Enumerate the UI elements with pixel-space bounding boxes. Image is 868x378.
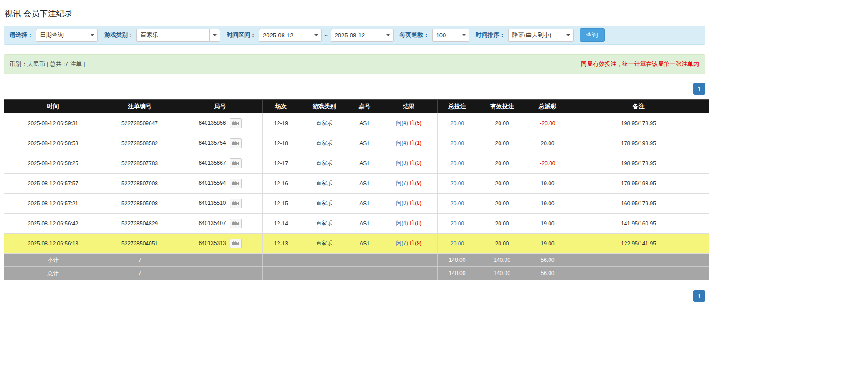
sort-order-input[interactable] [508,29,563,42]
cell-payout: 19.00 [527,174,568,194]
cell-time: 2025-08-12 06:56:42 [4,214,102,234]
chevron-down-icon[interactable] [563,29,574,42]
cell-total-bet: 20.00 [438,174,477,194]
video-camera-icon [232,241,239,246]
total-bet-link[interactable]: 20.00 [450,200,464,207]
cell-total-bet: 20.00 [438,194,477,214]
total-bet-link[interactable]: 20.00 [450,220,464,227]
cell-note: 122.95/141.95 [568,234,709,254]
page-size-label: 每页笔数： [400,31,429,39]
sort-order-combobox [508,29,574,42]
caret-glyph [566,34,570,36]
cell-valid-bet: 20.00 [477,194,527,214]
total-valid-bet: 140.00 [477,267,527,280]
total-bet-link[interactable]: 20.00 [450,120,464,127]
cell-result: 闲(8) 庄(3) [380,153,438,174]
cell-time: 2025-08-12 06:59:31 [4,113,102,133]
page-number-button[interactable]: 1 [693,290,705,302]
cell-game-type: 百家乐 [299,153,349,174]
cell-game-type: 百家乐 [299,113,349,133]
cell-bet-id: 522728504051 [102,234,177,254]
table-row: 2025-08-12 06:56:13 522728504051 6401353… [4,234,709,254]
caret-glyph [91,34,94,36]
col-header-session: 场次 [263,100,299,113]
total-bet-link[interactable]: 20.00 [450,240,464,247]
subtotal-payout: 56.00 [527,254,568,267]
total-bet-link[interactable]: 20.00 [450,140,464,147]
search-button[interactable]: 查询 [580,28,605,42]
total-payout: 56.00 [527,267,568,280]
caret-glyph [462,34,466,36]
cell-note: 141.95/160.95 [568,214,709,234]
total-total-bet: 140.00 [438,267,477,280]
result-banker: 庄(8) [409,220,422,226]
date-range-separator: ~ [324,32,328,39]
cell-session: 12-18 [263,133,299,153]
round-number: 640135594 [198,180,226,186]
cell-result: 闲(4) 庄(5) [380,113,438,133]
empty-cell [380,254,438,267]
total-label: 总计 [4,267,102,280]
video-replay-button[interactable] [230,239,242,248]
game-type-input[interactable] [136,29,209,42]
round-number: 640135667 [198,160,226,166]
empty-cell [263,254,299,267]
result-player: 闲(0) [396,200,408,206]
cell-bet-id: 522728504829 [102,214,177,234]
select-type-input[interactable] [36,29,87,42]
round-number: 640135510 [198,200,226,206]
page-number-button[interactable]: 1 [693,83,705,95]
cell-round: 640135594 [177,174,263,194]
table-row: 2025-08-12 06:58:25 522728507783 6401356… [4,153,709,174]
table-row: 2025-08-12 06:57:21 522728505908 6401355… [4,194,709,214]
cell-game-type: 百家乐 [299,234,349,254]
video-replay-button[interactable] [230,158,242,168]
cell-result: 闲(4) 庄(1) [380,133,438,153]
page-size-input[interactable] [432,29,459,42]
result-banker: 庄(1) [409,140,422,146]
cell-payout: 19.00 [527,234,568,254]
chevron-down-icon[interactable] [383,29,394,42]
cell-note: 178.95/198.95 [568,133,709,153]
video-replay-button[interactable] [230,138,242,148]
empty-cell [299,267,349,280]
table-row: 2025-08-12 06:56:42 522728504829 6401354… [4,214,709,234]
chevron-down-icon[interactable] [87,29,98,42]
date-to-input[interactable] [331,29,383,42]
video-replay-button[interactable] [230,219,242,228]
subtotal-count: 7 [102,254,177,267]
cell-bet-id: 522728507008 [102,174,177,194]
empty-cell [299,254,349,267]
chevron-down-icon[interactable] [459,29,469,42]
cell-session: 12-13 [263,234,299,254]
cell-table-no: AS1 [349,214,380,234]
cell-time: 2025-08-12 06:56:13 [4,234,102,254]
game-type-label: 游戏类别： [104,31,134,39]
cell-game-type: 百家乐 [299,133,349,153]
chevron-down-icon[interactable] [209,29,220,42]
pagination-bottom: 1 [4,290,705,302]
video-replay-button[interactable] [230,179,242,188]
round-number: 640135407 [198,220,226,226]
col-header-table-no: 桌号 [349,100,380,113]
cell-time: 2025-08-12 06:57:57 [4,174,102,194]
date-from-input[interactable] [259,29,311,42]
total-bet-link[interactable]: 20.00 [450,180,464,187]
cell-result: 闲(0) 庄(8) [380,194,438,214]
col-header-round: 局号 [177,100,263,113]
chevron-down-icon[interactable] [311,29,322,42]
caret-glyph [386,34,390,36]
bet-records-table: 时间 注单编号 局号 场次 游戏类别 桌号 结果 总投注 有效投注 总派彩 备注… [4,99,709,280]
video-replay-button[interactable] [230,118,242,128]
cell-table-no: AS1 [349,174,380,194]
result-banker: 庄(5) [409,120,422,126]
round-number: 640135856 [198,120,226,126]
video-camera-icon [232,181,239,186]
cell-round: 640135407 [177,214,263,234]
total-bet-link[interactable]: 20.00 [450,160,464,167]
video-replay-button[interactable] [230,199,242,208]
cell-note: 160.95/179.95 [568,194,709,214]
cell-game-type: 百家乐 [299,214,349,234]
table-row: 2025-08-12 06:57:57 522728507008 6401355… [4,174,709,194]
cell-payout: -20.00 [527,153,568,174]
